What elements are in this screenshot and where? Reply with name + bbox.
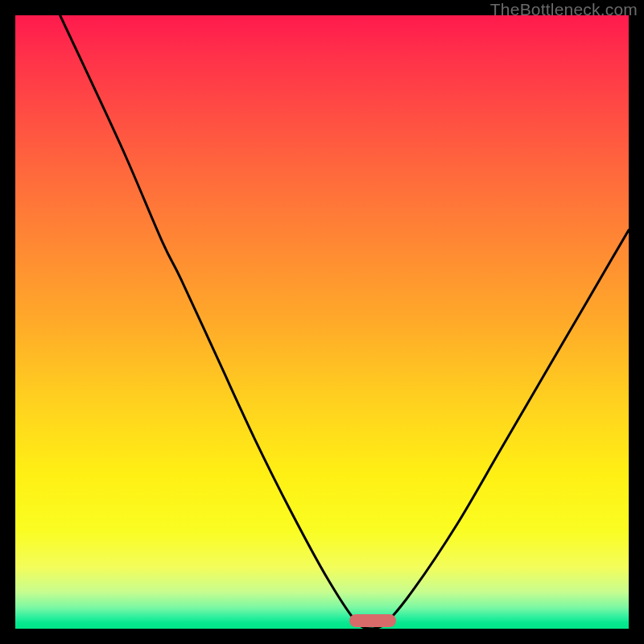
- bottleneck-curve: [60, 15, 629, 629]
- plot-area: [15, 15, 629, 629]
- curve-svg: [15, 15, 629, 629]
- minimum-marker: [349, 614, 396, 627]
- chart-stage: TheBottleneck.com: [0, 0, 644, 644]
- attribution-text: TheBottleneck.com: [490, 0, 638, 19]
